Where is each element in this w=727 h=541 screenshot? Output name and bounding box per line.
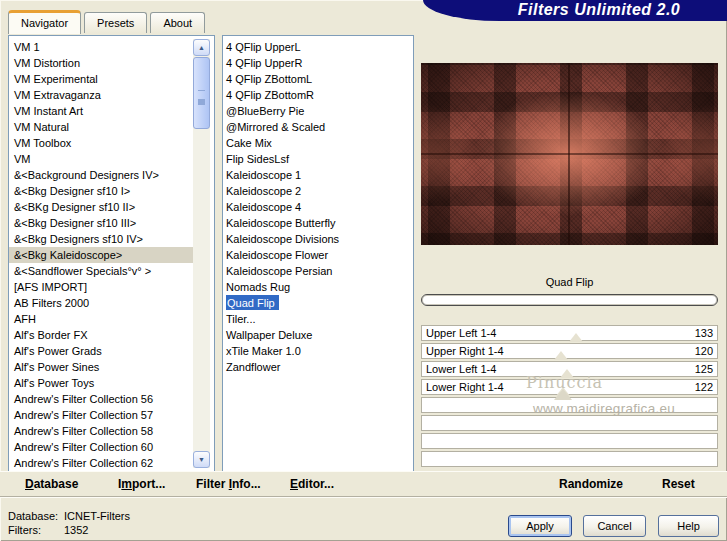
list-item[interactable]: Kaleidoscope 4 xyxy=(223,199,413,215)
tab-bar: Navigator Presets About xyxy=(8,9,205,33)
list-item[interactable]: VM 1 xyxy=(9,39,196,55)
filters-count-label: Filters: xyxy=(8,524,41,536)
command-toolbar: Database Import... Filter Info... Editor… xyxy=(0,471,727,497)
slider-row[interactable]: Upper Right 1-4120 xyxy=(421,343,718,359)
cancel-button[interactable]: Cancel xyxy=(583,515,646,537)
slider-row-empty[interactable] xyxy=(421,451,718,467)
slider-label: Lower Left 1-4 xyxy=(426,362,496,376)
list-item[interactable]: &<Bkg Designer sf10 III> xyxy=(9,215,196,231)
list-item[interactable]: Andrew's Filter Collection 58 xyxy=(9,423,196,439)
database-button[interactable]: Database xyxy=(25,472,78,496)
apply-button[interactable]: Apply xyxy=(508,515,572,537)
list-item[interactable]: Kaleidoscope 1 xyxy=(223,167,413,183)
editor-button[interactable]: Editor... xyxy=(290,472,334,496)
scroll-thumb[interactable] xyxy=(193,57,210,129)
category-list: VM 1VM DistortionVM ExperimentalVM Extra… xyxy=(9,39,214,471)
category-list-panel: VM 1VM DistortionVM ExperimentalVM Extra… xyxy=(8,35,215,472)
filter-list-panel: 4 QFlip UpperL4 QFlip UpperR4 QFlip ZBot… xyxy=(222,35,414,472)
category-scrollbar[interactable]: ▲ ▼ xyxy=(193,39,210,468)
scroll-up-button[interactable]: ▲ xyxy=(193,39,210,56)
list-item[interactable]: Alf's Power Grads xyxy=(9,343,196,359)
window-title: Filters Unlimited 2.0 xyxy=(423,0,727,20)
list-item[interactable]: @Mirrored & Scaled xyxy=(223,119,413,135)
list-item[interactable]: Kaleidoscope Flower xyxy=(223,247,413,263)
tab-navigator[interactable]: Navigator xyxy=(8,10,81,34)
list-item[interactable]: VM xyxy=(9,151,196,167)
tab-about[interactable]: About xyxy=(150,12,205,33)
slider-label: Upper Right 1-4 xyxy=(426,344,504,358)
database-status-value: ICNET-Filters xyxy=(64,510,130,522)
list-item[interactable]: &<Sandflower Specials°v° > xyxy=(9,263,196,279)
list-item[interactable]: VM Extravaganza xyxy=(9,87,196,103)
randomize-button[interactable]: Randomize xyxy=(559,472,623,496)
list-item[interactable]: VM Natural xyxy=(9,119,196,135)
database-status-label: Database: xyxy=(8,510,58,522)
list-item[interactable]: Kaleidoscope Butterfly xyxy=(223,215,413,231)
list-item[interactable]: &<Bkg Designers sf10 IV> xyxy=(9,231,196,247)
watermark-triangle-icon xyxy=(554,389,572,400)
scroll-grip-icon xyxy=(198,90,205,99)
list-item[interactable]: Andrew's Filter Collection 56 xyxy=(9,391,196,407)
list-item[interactable]: Nomads Rug xyxy=(223,279,413,295)
tab-presets[interactable]: Presets xyxy=(84,12,147,33)
selected-filter-name: Quad Flip xyxy=(421,276,718,288)
list-item[interactable]: Wallpaper Deluxe xyxy=(223,327,413,343)
slider-value: 125 xyxy=(695,362,713,376)
list-item[interactable]: Andrew's Filter Collection 60 xyxy=(9,439,196,455)
slider-value: 120 xyxy=(695,344,713,358)
list-item[interactable]: VM Distortion xyxy=(9,55,196,71)
list-item[interactable]: AB Filters 2000 xyxy=(9,295,196,311)
list-item[interactable]: Quad Flip xyxy=(223,295,413,311)
reset-button[interactable]: Reset xyxy=(662,472,695,496)
list-item[interactable]: Kaleidoscope Divisions xyxy=(223,231,413,247)
list-item[interactable]: 4 QFlip UpperL xyxy=(223,39,413,55)
slider-thumb-icon[interactable] xyxy=(569,333,583,342)
list-item[interactable]: VM Instant Art xyxy=(9,103,196,119)
list-item[interactable]: Kaleidoscope Persian xyxy=(223,263,413,279)
list-item[interactable]: &<Background Designers IV> xyxy=(9,167,196,183)
filter-list: 4 QFlip UpperL4 QFlip UpperR4 QFlip ZBot… xyxy=(223,39,413,375)
list-item[interactable]: Kaleidoscope 2 xyxy=(223,183,413,199)
list-item[interactable]: Andrew's Filter Collection 62 xyxy=(9,455,196,471)
list-item[interactable]: xTile Maker 1.0 xyxy=(223,343,413,359)
list-item[interactable]: &<Bkg Designer sf10 I> xyxy=(9,183,196,199)
slider-row-empty[interactable] xyxy=(421,433,718,449)
list-item[interactable]: Alf's Power Sines xyxy=(9,359,196,375)
import-button[interactable]: Import... xyxy=(118,472,165,496)
list-item[interactable]: Andrew's Filter Collection 57 xyxy=(9,407,196,423)
list-item[interactable]: [AFS IMPORT] xyxy=(9,279,196,295)
list-item[interactable]: 4 QFlip ZBottomL xyxy=(223,71,413,87)
slider-value: 133 xyxy=(695,326,713,340)
list-item[interactable]: Alf's Border FX xyxy=(9,327,196,343)
help-button[interactable]: Help xyxy=(658,515,719,537)
preview-pane: Quad Flip Upper Left 1-4133Upper Right 1… xyxy=(421,35,718,472)
watermark-url: www.maidiregrafica.eu xyxy=(533,401,675,416)
progress-bar xyxy=(421,294,718,306)
list-item[interactable]: &<Bkg Kaleidoscope> xyxy=(9,247,196,263)
slider-thumb-icon[interactable] xyxy=(554,351,568,360)
filters-unlimited-window: Filters Unlimited 2.0 Navigator Presets … xyxy=(0,0,727,541)
list-item[interactable]: @BlueBerry Pie xyxy=(223,103,413,119)
list-item[interactable]: &<BKg Designer sf10 II> xyxy=(9,199,196,215)
list-item[interactable]: Flip SidesLsf xyxy=(223,151,413,167)
title-banner: Filters Unlimited 2.0 xyxy=(423,0,727,21)
slider-value: 122 xyxy=(695,380,713,394)
list-item[interactable]: VM Experimental xyxy=(9,71,196,87)
list-item[interactable]: AFH xyxy=(9,311,196,327)
slider-label: Upper Left 1-4 xyxy=(426,326,496,340)
scroll-down-button[interactable]: ▼ xyxy=(193,451,210,468)
slider-row[interactable]: Upper Left 1-4133 xyxy=(421,325,718,341)
slider-label: Lower Right 1-4 xyxy=(426,380,504,394)
list-item[interactable]: Alf's Power Toys xyxy=(9,375,196,391)
list-item[interactable]: Tiler... xyxy=(223,311,413,327)
filter-info-button[interactable]: Filter Info... xyxy=(196,472,261,496)
filters-count-value: 1352 xyxy=(64,524,88,536)
list-item[interactable]: 4 QFlip ZBottomR xyxy=(223,87,413,103)
filter-preview-image[interactable] xyxy=(421,63,718,245)
list-item[interactable]: 4 QFlip UpperR xyxy=(223,55,413,71)
list-item[interactable]: VM Toolbox xyxy=(9,135,196,151)
list-item[interactable]: Cake Mix xyxy=(223,135,413,151)
list-item[interactable]: Zandflower xyxy=(223,359,413,375)
slider-row-empty[interactable] xyxy=(421,415,718,431)
